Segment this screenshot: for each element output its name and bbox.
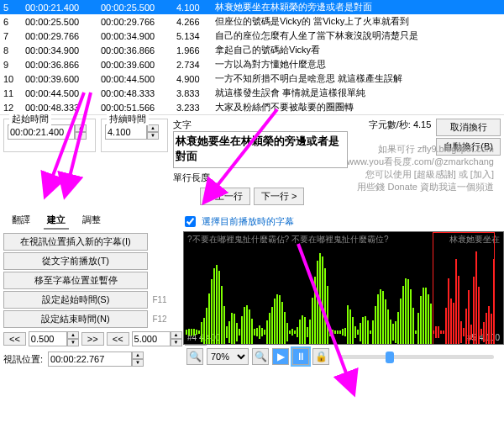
subtitle-cell-text: 就這樣發生誤會 事情就是這樣很單純 [212, 86, 504, 100]
tab-create[interactable]: 建立 [44, 212, 69, 230]
subtitle-cell-end: 00:00:29.766 [97, 14, 173, 29]
lock-icon[interactable]: 🔒 [312, 348, 329, 365]
subtitle-cell-end: 00:00:25.500 [97, 0, 173, 14]
view-position-label: 視訊位置: [3, 353, 43, 366]
step-b-spinbox[interactable]: ▲▼ [132, 331, 182, 346]
step-b-input[interactable] [132, 331, 171, 346]
tab-adjust[interactable]: 調整 [79, 212, 104, 230]
set-end-button[interactable]: 設定結束時間(N) [3, 310, 148, 328]
f11-hint: F11 [150, 295, 170, 304]
seek-back-b-button[interactable]: << [107, 332, 129, 346]
slider-thumb[interactable] [386, 352, 394, 363]
subtitle-cell-text: 一方以為對方懂她什麼意思 [212, 57, 504, 71]
subtitle-row[interactable]: 700:00:29.76600:00:34.9005.134自己的座位怎麼有人坐… [0, 29, 504, 43]
duration-input[interactable] [105, 124, 147, 140]
subtitle-cell-start: 00:00:36.866 [22, 57, 97, 71]
subtitle-cell-no: 11 [0, 86, 22, 100]
zoom-out-icon[interactable]: 🔍 [252, 348, 269, 365]
play-icon[interactable]: ▶ [272, 348, 289, 365]
select-current-checkbox-row[interactable]: 選擇目前播放時的字幕 [176, 212, 294, 231]
text-label: 文字 [173, 119, 192, 131]
create-panel: 在視訊位置插入新的字幕(I) 從文字前播放(T) 移至字幕位置並暫停 設定起始時… [0, 231, 183, 368]
subtitle-cell-start: 00:00:29.766 [22, 29, 97, 43]
subtitle-row[interactable]: 1000:00:39.60000:00:44.5004.900一方不知所措不明白… [0, 71, 504, 86]
subtitle-row[interactable]: 900:00:36.86600:00:39.6002.734一方以為對方懂她什麼… [0, 57, 504, 71]
subtitle-cell-text: 拿起自己的號碼給Vicky看 [212, 43, 504, 57]
pause-icon[interactable]: ⏸ [292, 348, 309, 365]
subtitle-row[interactable]: 1100:00:44.50000:00:48.3333.833就這樣發生誤會 事… [0, 86, 504, 100]
zoom-in-icon[interactable]: 🔍 [186, 348, 203, 365]
spin-up-icon[interactable]: ▲ [147, 124, 159, 132]
subtitle-cell-start: 00:00:44.500 [22, 86, 97, 100]
wave-question-1: ?不要在嘟裡鬼扯什麼霸佔? 不要在嘟裡鬼扯什麼霸位? [187, 235, 388, 244]
subtitle-cell-text: 一方不知所措不明白是啥意思 就這樣產生誤解 [212, 71, 504, 86]
subtitle-cell-text: 林衰她要坐在林穎榮的旁邊或者是對面 [212, 0, 504, 14]
waveform-toolbar: 🔍 70% 🔍 ▶ ⏸ 🔒 [183, 345, 504, 368]
auto-break-button[interactable]: 自動換行(B) [436, 138, 501, 156]
subtitle-cell-no: 8 [0, 43, 22, 57]
set-start-button[interactable]: 設定起始時間(S) [3, 291, 148, 309]
start-time-label: 起始時間 [9, 113, 51, 125]
view-position-spinbox[interactable]: ▲▼ [48, 352, 144, 367]
subtitle-cell-text: 自己的座位怎麼有人坐了當下林衰沒說明清楚只是 [212, 29, 504, 43]
subtitle-cell-dur: 3.233 [173, 100, 212, 114]
insert-sub-button[interactable]: 在視訊位置插入新的字幕(I) [3, 233, 148, 251]
subtitle-cell-no: 9 [0, 57, 22, 71]
subtitle-cell-end: 00:00:36.866 [97, 43, 173, 57]
f12-hint: F12 [150, 314, 170, 324]
select-current-label: 選擇目前播放時的字幕 [202, 215, 294, 228]
tab-translate[interactable]: 翻譯 [8, 212, 34, 230]
start-time-group: 起始時間 ▲▼ [3, 119, 96, 152]
spin-down-icon[interactable]: ▼ [147, 132, 159, 140]
step-a-spinbox[interactable]: ▲▼ [29, 331, 79, 346]
subtitle-cell-no: 5 [0, 0, 22, 14]
subtitle-cell-end: 00:00:34.900 [97, 29, 173, 43]
cps-label: 字元數/秒: [369, 119, 411, 130]
subtitle-cell-dur: 2.734 [173, 57, 212, 71]
line-length-label: 單行長度 [173, 172, 431, 184]
play-from-text-button[interactable]: 從文字前播放(T) [3, 252, 148, 270]
subtitle-cell-dur: 4.100 [173, 0, 212, 14]
subtitle-table[interactable]: 500:00:21.40000:00:25.5004.100林衰她要坐在林穎榮的… [0, 0, 504, 114]
waveform-display[interactable]: ?不要在嘟裡鬼扯什麼霸佔? 不要在嘟裡鬼扯什麼霸位? 林衰她要坐在 #4 4.4… [183, 231, 504, 345]
subtitle-row[interactable]: 800:00:34.90000:00:36.8661.966拿起自己的號碼給Vi… [0, 43, 504, 57]
unwrap-button[interactable]: 取消換行 [436, 119, 501, 136]
duration-spinbox[interactable]: ▲▼ [105, 124, 164, 140]
subtitle-cell-start: 00:00:34.900 [22, 43, 97, 57]
subtitle-cell-dur: 3.833 [173, 86, 212, 100]
subtitle-row[interactable]: 600:00:25.50000:00:29.7664.266但座位的號碼是Vic… [0, 14, 504, 29]
subtitle-cell-start: 00:00:21.400 [22, 0, 97, 14]
subtitle-cell-end: 00:00:44.500 [97, 71, 173, 86]
goto-and-pause-button[interactable]: 移至字幕位置並暫停 [3, 272, 148, 289]
duration-group: 持續時間 ▲▼ [101, 119, 168, 152]
subtitle-cell-start: 00:00:25.500 [22, 14, 97, 29]
start-time-spinbox[interactable]: ▲▼ [8, 124, 92, 140]
cps-value: 4.15 [413, 119, 431, 130]
next-line-button[interactable]: 下一行 > [254, 188, 304, 205]
subtitle-cell-start: 00:00:39.600 [22, 71, 97, 86]
select-current-checkbox[interactable] [185, 216, 196, 227]
prev-line-button[interactable]: < 上一行 [200, 188, 250, 205]
spin-down-icon[interactable]: ▼ [75, 132, 87, 140]
subtitle-cell-no: 10 [0, 71, 22, 86]
subtitle-cell-text: 大家及粉絲們不要被敲要的圈圈轉 [212, 100, 504, 114]
subtitle-row[interactable]: 1200:00:48.33300:00:51.5663.233大家及粉絲們不要被… [0, 100, 504, 114]
subtitle-cell-dur: 1.966 [173, 43, 212, 57]
spin-up-icon[interactable]: ▲ [75, 124, 87, 132]
subtitle-cell-end: 00:00:48.333 [97, 86, 173, 100]
subtitle-text-input[interactable] [173, 131, 348, 168]
subtitle-cell-dur: 5.134 [173, 29, 212, 43]
subtitle-cell-end: 00:00:39.600 [97, 57, 173, 71]
subtitle-cell-dur: 4.266 [173, 14, 212, 29]
seek-fwd-a-button[interactable]: >> [81, 332, 104, 346]
seek-back-a-button[interactable]: << [3, 332, 26, 346]
subtitle-cell-no: 6 [0, 14, 22, 29]
view-position-input[interactable] [48, 352, 132, 367]
start-time-input[interactable] [8, 124, 75, 140]
subtitle-row[interactable]: 500:00:21.40000:00:25.5004.100林衰她要坐在林穎榮的… [0, 0, 504, 14]
subtitle-cell-text: 但座位的號碼是Vicky的 當Vicky上了火車就看到 [212, 14, 504, 29]
subtitle-cell-no: 7 [0, 29, 22, 43]
position-slider[interactable] [339, 355, 494, 359]
zoom-select[interactable]: 70% [207, 348, 249, 365]
step-a-input[interactable] [29, 331, 67, 346]
